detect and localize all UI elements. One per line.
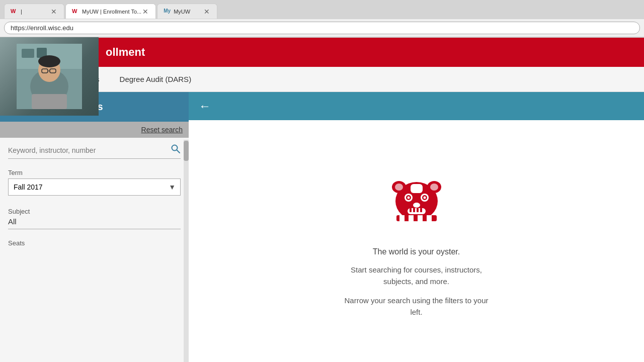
results-area: The world is your oyster. Start searchin… (189, 120, 644, 362)
term-label: Term (8, 169, 181, 176)
svg-rect-10 (32, 94, 67, 109)
svg-point-25 (413, 203, 420, 208)
svg-rect-34 (418, 215, 423, 221)
site-title: ollment (106, 46, 145, 59)
address-bar-row (0, 19, 644, 37)
tab1-close[interactable]: ✕ (50, 8, 58, 16)
browser-chrome: W | ✕ W MyUW | Enrollment To... ✕ My MyU… (0, 0, 644, 38)
svg-rect-28 (413, 208, 415, 212)
reset-bar: Reset search (0, 122, 189, 138)
main-content: Search for Courses Reset search Term Fal… (0, 92, 644, 362)
svg-rect-18 (411, 184, 423, 193)
keyword-row (8, 144, 181, 159)
svg-point-16 (395, 184, 403, 191)
svg-point-6 (38, 55, 60, 67)
term-select[interactable]: Fall 2017 Spring 2018 Summer 2018 (8, 178, 181, 196)
tab-bar: W | ✕ W MyUW | Enrollment To... ✕ My MyU… (0, 0, 644, 19)
tab2-title: MyUW | Enrollment To... (82, 9, 141, 15)
scrollbar-thumb[interactable] (184, 141, 189, 161)
svg-rect-2 (22, 49, 34, 58)
seats-label: Seats (8, 239, 181, 247)
back-header: ← (189, 92, 644, 120)
narrow-search-text: Narrow your search using the filters to … (345, 295, 489, 318)
nav-degree-audit[interactable]: Degree Audit (DARS) (110, 68, 202, 90)
webcam-overlay (0, 37, 99, 116)
tab-2[interactable]: W MyUW | Enrollment To... ✕ (65, 4, 156, 19)
svg-rect-29 (417, 208, 419, 212)
right-panel: ← (189, 92, 644, 362)
webcam-person-svg (17, 44, 82, 109)
svg-rect-27 (410, 208, 412, 212)
start-searching-text: Start searching for courses, instructors… (351, 264, 482, 287)
svg-point-23 (407, 197, 410, 199)
scrollbar-track[interactable] (184, 140, 189, 362)
badger-logo-icon (381, 165, 452, 235)
tab1-favicon: W (11, 8, 18, 15)
subject-value: All (8, 217, 181, 229)
svg-point-24 (423, 197, 426, 199)
tab3-favicon: My (164, 8, 171, 15)
svg-rect-33 (409, 215, 414, 221)
webcam-feed (0, 37, 99, 116)
left-panel: Search for Courses Reset search Term Fal… (0, 92, 189, 362)
svg-point-17 (430, 184, 438, 191)
tab3-title: MyUW (174, 9, 203, 15)
subject-label: Subject (8, 208, 181, 215)
svg-rect-32 (399, 215, 405, 221)
tab2-close[interactable]: ✕ (141, 8, 149, 16)
address-input[interactable] (4, 22, 640, 34)
reset-search-button[interactable]: Reset search (141, 126, 183, 134)
search-form: Term Fall 2017 Spring 2018 Summer 2018 ▼… (0, 138, 189, 362)
tab-1[interactable]: W | ✕ (4, 4, 64, 19)
oyster-text: The world is your oyster. (373, 247, 460, 256)
tab3-close[interactable]: ✕ (203, 8, 211, 16)
term-select-wrapper: Fall 2017 Spring 2018 Summer 2018 ▼ (8, 178, 181, 196)
svg-rect-35 (427, 215, 432, 221)
tab2-favicon: W (72, 8, 79, 15)
search-icon-button[interactable] (171, 144, 181, 156)
svg-line-12 (177, 150, 180, 153)
keyword-input[interactable] (8, 146, 171, 154)
tab-3[interactable]: My MyUW ✕ (157, 4, 217, 19)
tab1-title: | (21, 9, 50, 15)
back-arrow-icon[interactable]: ← (199, 99, 211, 113)
svg-rect-30 (420, 208, 422, 212)
search-icon (171, 144, 181, 154)
